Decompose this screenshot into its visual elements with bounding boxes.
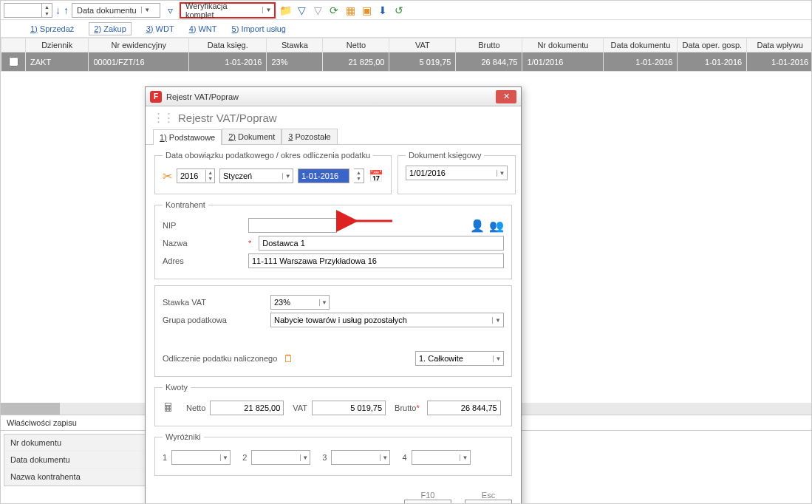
folder-icon[interactable]: 📁 — [279, 4, 292, 17]
calculator-icon[interactable]: 🖩 — [163, 401, 174, 415]
w1-label: 1 — [163, 453, 167, 462]
person-icon[interactable]: 👤 — [470, 219, 485, 233]
fs-book-doc-legend: Dokument księgowy — [406, 151, 484, 160]
verification-combo[interactable]: Weryfikacja komplet ▼ — [180, 2, 276, 18]
refresh-icon[interactable]: ⟳ — [327, 4, 341, 17]
col-dataksieg[interactable]: Data księg. — [189, 38, 267, 52]
cancel-button[interactable]: Anuluj — [465, 500, 512, 504]
spin-icon[interactable]: ▲▼ — [205, 170, 214, 182]
people-icon[interactable]: 👥 — [489, 219, 504, 232]
chevron-down-icon[interactable]: ▼ — [492, 317, 503, 324]
date-spin[interactable]: ▲▼ — [354, 168, 364, 183]
w2-label: 2 — [242, 453, 247, 462]
book-doc-input[interactable] — [406, 166, 497, 180]
cell-nrdok: 1/01/2016 — [522, 52, 604, 72]
w4-combo[interactable]: ▼ — [412, 450, 471, 465]
download-icon[interactable]: ⬇ — [376, 4, 389, 17]
arrow-up-icon[interactable]: ↑ — [64, 4, 69, 16]
calendar-icon[interactable]: 📅 — [369, 169, 383, 183]
date-field[interactable] — [298, 168, 349, 183]
col-nrewid[interactable]: Nr ewidencyjny — [89, 38, 189, 52]
col-brutto[interactable]: Brutto — [456, 38, 522, 52]
row-checkbox[interactable] — [9, 57, 18, 67]
col-datadok[interactable]: Data dokumentu — [604, 38, 678, 52]
col-datawplywu[interactable]: Data wpływu — [747, 38, 811, 52]
w4-label: 4 — [402, 453, 406, 462]
spin-down-icon[interactable]: ▼ — [41, 10, 52, 17]
odliczenie-input[interactable] — [416, 352, 493, 365]
stawka-label: Stawka VAT — [163, 298, 266, 307]
tab-wdt[interactable]: 3) WDT — [146, 24, 174, 33]
sort-combo[interactable]: Data dokumentu ▼ — [72, 3, 160, 18]
nip-label: NIP — [163, 221, 244, 230]
tab-pozostale[interactable]: 3 Pozostałe — [282, 129, 338, 144]
nazwa-input[interactable] — [259, 236, 503, 250]
tab-import[interactable]: 5) Import usług — [232, 24, 286, 33]
chevron-down-icon[interactable]: ▼ — [493, 355, 503, 362]
chevron-down-icon[interactable]: ▼ — [319, 299, 329, 306]
sync-icon[interactable]: ↺ — [392, 4, 406, 17]
col-stawka[interactable]: Stawka — [267, 38, 323, 52]
main-toolbar: ▲▼ ↓ ↑ Data dokumentu ▼ ▿ Weryfikacja ko… — [1, 1, 811, 20]
note-icon[interactable]: 🗒 — [282, 352, 295, 365]
col-nrdok[interactable]: Nr dokumentu — [522, 38, 604, 52]
w1-combo[interactable]: ▼ — [171, 450, 231, 465]
grupa-input[interactable] — [271, 313, 492, 327]
arrow-down-icon[interactable]: ↓ — [55, 4, 61, 16]
tab-zakup[interactable]: 2) Zakup — [89, 22, 131, 35]
chevron-down-icon[interactable]: ▼ — [141, 7, 153, 13]
date-input[interactable] — [298, 169, 349, 183]
adres-field[interactable] — [248, 253, 504, 268]
close-icon[interactable]: ✕ — [496, 90, 516, 103]
book-doc-combo[interactable]: ▼ — [406, 166, 508, 180]
save-button[interactable]: Zapisz — [404, 500, 451, 504]
year-input[interactable] — [177, 169, 205, 183]
year-field[interactable]: ▲▼ — [177, 168, 215, 183]
cell-dataksieg: 1-01-2016 — [189, 52, 267, 72]
grupa-combo[interactable]: ▼ — [270, 313, 504, 327]
netto-input[interactable] — [211, 401, 283, 415]
sort-combo-label: Data dokumentu — [72, 6, 141, 15]
filter-clear-icon[interactable]: ▽ — [311, 4, 324, 17]
w3-combo[interactable]: ▼ — [331, 450, 390, 465]
record-spinner[interactable]: ▲▼ — [4, 3, 52, 18]
fs-book-doc: Dokument księgowy ▼ — [398, 151, 516, 194]
tile-view-icon[interactable]: ▣ — [360, 4, 373, 17]
tab-podstawowe[interactable]: 1) Podstawowe — [153, 129, 222, 145]
nip-input[interactable] — [249, 219, 336, 232]
col-dziennik[interactable]: Dziennik — [26, 38, 89, 52]
stawka-input[interactable] — [271, 296, 319, 309]
col-netto[interactable]: Netto — [323, 38, 389, 52]
filter-icon[interactable]: ▽ — [295, 4, 308, 17]
stawka-combo[interactable]: ▼ — [270, 295, 330, 310]
vat-input[interactable] — [313, 401, 385, 415]
tab-dokument[interactable]: 2) Dokument — [222, 129, 282, 144]
cell-nrewid: 00001/FZT/16 — [89, 52, 189, 72]
tab-sprzedaz[interactable]: 1) Sprzedaż — [30, 24, 74, 33]
table-row[interactable]: ZAKT 00001/FZT/16 1-01-2016 23% 21 825,0… — [1, 52, 812, 72]
spin-up-icon[interactable]: ▲ — [41, 4, 52, 10]
filter-funnel-icon[interactable]: ▿ — [163, 4, 177, 17]
brutto-input[interactable] — [428, 401, 500, 415]
grupa-label: Grupa podatkowa — [163, 316, 266, 324]
col-dataoper[interactable]: Data oper. gosp. — [678, 38, 747, 52]
dialog-titlebar[interactable]: F Rejestr VAT/Popraw ✕ — [146, 87, 521, 106]
odliczenie-combo[interactable]: ▼ — [415, 351, 504, 366]
grid-view-icon[interactable]: ▦ — [344, 4, 357, 17]
nazwa-field[interactable] — [259, 236, 504, 251]
chevron-down-icon[interactable]: ▼ — [282, 173, 293, 180]
chevron-down-icon[interactable]: ▼ — [262, 7, 274, 13]
tab-wnt[interactable]: 4) WNT — [189, 24, 217, 33]
nip-field[interactable] — [248, 218, 337, 233]
month-input[interactable] — [220, 169, 282, 183]
chevron-down-icon[interactable]: ▼ — [497, 170, 507, 177]
scissors-icon[interactable]: ✂ — [163, 169, 172, 183]
fs-wyrozniki-legend: Wyróżniki — [163, 432, 204, 441]
adres-input[interactable] — [249, 254, 503, 268]
record-spinner-input[interactable] — [4, 4, 41, 17]
netto-label: Netto — [186, 403, 205, 412]
col-vat[interactable]: VAT — [389, 38, 456, 52]
month-combo[interactable]: ▼ — [219, 168, 293, 183]
w2-combo[interactable]: ▼ — [251, 450, 310, 465]
cell-dataoper: 1-01-2016 — [678, 52, 747, 72]
